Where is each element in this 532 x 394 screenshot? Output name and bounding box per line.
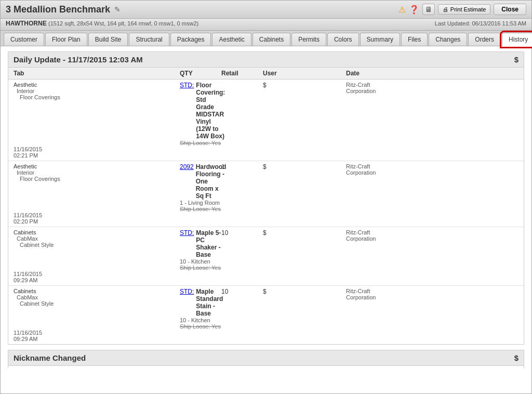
printer-icon: 🖨 bbox=[443, 6, 448, 12]
date-col-3: 11/16/2015 09:29 AM bbox=[14, 271, 180, 283]
tab-col-1: Aesthetic Interior Floor Coverings bbox=[14, 82, 180, 100]
item-strikethrough-4: Ship Loose: Yes bbox=[180, 323, 221, 330]
nickname-title: Nickname Changed bbox=[14, 353, 86, 362]
tab-col-2: Aesthetic Interior Floor Coverings bbox=[14, 163, 180, 182]
user-col-1: Ritz-Craft Corporation bbox=[346, 82, 393, 94]
tab-sub-3: CabMax bbox=[14, 235, 180, 242]
retail-col-1: $ bbox=[263, 82, 346, 89]
user-col-2: Ritz-Craft Corporation bbox=[346, 163, 393, 176]
tab-aesthetic[interactable]: Aesthetic bbox=[212, 33, 251, 46]
date-col-1: 11/16/2015 02:21 PM bbox=[14, 146, 180, 159]
section1-table: Tab QTY Retail User Date Aesthetic Inter… bbox=[8, 68, 524, 345]
title-left: 3 Medallion Benchmark ✎ bbox=[6, 4, 121, 15]
info-icon: ❓ bbox=[409, 5, 419, 15]
item-strikethrough-2: Ship Loose: Yes bbox=[180, 206, 221, 212]
tab-packages[interactable]: Packages bbox=[170, 33, 211, 46]
subtitle-area: HAWTHORNE (1512 sqft, 28x54 Wst, 164 plt… bbox=[6, 20, 198, 27]
print-estimate-button[interactable]: 🖨 Print Estimate bbox=[438, 4, 490, 15]
subtitle-detail: (1512 sqft, 28x54 Wst, 164 plt, 164 rmwf… bbox=[48, 20, 198, 27]
date-col-2: 11/16/2015 02:20 PM bbox=[14, 212, 180, 225]
retail-col-4: $ bbox=[263, 288, 346, 295]
nickname-header: Nickname Changed $ bbox=[8, 350, 524, 366]
item-col-2: 2092 Hardwood Flooring - One Room x Sq F… bbox=[180, 163, 221, 212]
tab-sub-2: Interior bbox=[14, 169, 180, 176]
tab-name-3: Cabinets bbox=[14, 229, 180, 235]
main-window: 3 Medallion Benchmark ✎ ⚠ ❓ 🖥 🖨 Print Es… bbox=[0, 0, 532, 394]
retail-col-2: $ bbox=[263, 163, 346, 170]
table1-header-row: Tab QTY Retail User Date bbox=[8, 68, 524, 80]
item-col-4: STD: Maple Standard Stain - Base 10 - Ki… bbox=[180, 288, 221, 330]
user-col-4: Ritz-Craft Corporation bbox=[346, 288, 393, 300]
item-code-3[interactable]: STD: bbox=[180, 229, 194, 237]
user-date-1: Ritz-Craft Corporation bbox=[346, 82, 393, 94]
tab-sub2-1: Floor Coverings bbox=[14, 94, 180, 100]
item-code-1[interactable]: STD: bbox=[180, 82, 194, 89]
item-col-1: STD: Floor Covering: Std Grade MIDSTAR V… bbox=[180, 82, 221, 146]
item-detail-3: 10 - Kitchen bbox=[180, 258, 221, 265]
tab-col-3: Cabinets CabMax Cabinet Style bbox=[14, 229, 180, 248]
nickname-section: Nickname Changed $ "Dream House for Davi… bbox=[8, 350, 524, 369]
item-desc-4: Maple Standard Stain - Base bbox=[196, 288, 223, 317]
tab-summary[interactable]: Summary bbox=[360, 33, 400, 46]
table-row: Aesthetic Interior Floor Coverings 2092 … bbox=[8, 161, 524, 227]
table-row: Aesthetic Interior Floor Coverings STD: … bbox=[8, 80, 524, 161]
table-row: Cabinets CabMax Cabinet Style STD: Maple… bbox=[8, 286, 524, 344]
item-code-2[interactable]: 2092 bbox=[180, 163, 194, 170]
section1-title: Daily Update - 11/17/2015 12:03 AM bbox=[14, 55, 143, 64]
date2-1: 02:21 PM bbox=[14, 152, 180, 159]
tab-build-site[interactable]: Build Site bbox=[88, 33, 128, 46]
tab-bar: Customer Floor Plan Build Site Structura… bbox=[1, 31, 531, 46]
tab-changes[interactable]: Changes bbox=[429, 33, 467, 46]
tab-sub-1: Interior bbox=[14, 88, 180, 94]
item-desc-3: Maple 5-PC Shaker - Base bbox=[196, 229, 221, 258]
tab-cabinets[interactable]: Cabinets bbox=[252, 33, 290, 46]
date-1: 11/16/2015 bbox=[14, 146, 180, 152]
close-button[interactable]: Close bbox=[494, 4, 526, 15]
qty-col-2: 1 bbox=[221, 163, 263, 170]
tab-name-1: Aesthetic bbox=[14, 82, 180, 88]
content-area: Daily Update - 11/17/2015 12:03 AM $ Tab… bbox=[1, 46, 531, 369]
edit-icon[interactable]: ✎ bbox=[114, 5, 121, 14]
subtitle-bar: HAWTHORNE (1512 sqft, 28x54 Wst, 164 plt… bbox=[1, 19, 531, 31]
item-detail-4: 10 - Kitchen bbox=[180, 317, 221, 323]
col-tab: Tab bbox=[14, 70, 180, 77]
qty-col-4: 10 bbox=[221, 288, 263, 295]
tab-history[interactable]: History bbox=[502, 33, 532, 46]
item-strikethrough-1: Ship Loose: Yes bbox=[180, 140, 221, 146]
col-qty: QTY bbox=[180, 70, 221, 77]
user-col-3: Ritz-Craft Corporation bbox=[346, 229, 393, 242]
tab-sub2-3: Cabinet Style bbox=[14, 242, 180, 248]
nickname-dollar: $ bbox=[514, 353, 518, 362]
date-col-4: 11/16/2015 09:29 AM bbox=[14, 330, 180, 342]
table-row: Cabinets CabMax Cabinet Style STD: Maple… bbox=[8, 227, 524, 286]
last-updated: Last Updated: 06/13/2016 11:53 AM bbox=[435, 20, 526, 27]
col-user: User bbox=[263, 70, 346, 77]
tab-orders[interactable]: Orders bbox=[468, 33, 501, 46]
tab-floor-plan[interactable]: Floor Plan bbox=[45, 33, 87, 46]
warning-icon: ⚠ bbox=[398, 5, 406, 15]
item-code-4[interactable]: STD: bbox=[180, 288, 194, 295]
title-bar: 3 Medallion Benchmark ✎ ⚠ ❓ 🖥 🖨 Print Es… bbox=[1, 1, 531, 19]
tab-name-4: Cabinets bbox=[14, 288, 180, 294]
item-desc-1: Floor Covering: Std Grade MIDSTAR Vinyl … bbox=[196, 82, 225, 140]
tab-name-2: Aesthetic bbox=[14, 163, 180, 169]
tab-sub-4: CabMax bbox=[14, 294, 180, 300]
tab-structural[interactable]: Structural bbox=[129, 33, 169, 46]
subtitle-name: HAWTHORNE bbox=[6, 20, 47, 27]
item-detail-2: 1 - Living Room bbox=[180, 200, 221, 206]
tab-permits[interactable]: Permits bbox=[291, 33, 326, 46]
retail-col-3: $ bbox=[263, 229, 346, 237]
item-strikethrough-3: Ship Loose: Yes bbox=[180, 265, 221, 271]
tab-sub2-4: Cabinet Style bbox=[14, 300, 180, 307]
monitor-icon[interactable]: 🖥 bbox=[422, 4, 435, 15]
page-title: 3 Medallion Benchmark bbox=[6, 4, 110, 15]
tab-colors[interactable]: Colors bbox=[327, 33, 359, 46]
daily-update-section-1: Daily Update - 11/17/2015 12:03 AM $ Tab… bbox=[8, 51, 524, 345]
tab-customer[interactable]: Customer bbox=[4, 33, 44, 46]
tab-col-4: Cabinets CabMax Cabinet Style bbox=[14, 288, 180, 307]
action-icons: ⚠ ❓ 🖥 🖨 Print Estimate Close bbox=[398, 4, 526, 15]
col-date: Date bbox=[346, 70, 393, 77]
tab-files[interactable]: Files bbox=[401, 33, 428, 46]
tab-sub2-2: Floor Coverings bbox=[14, 176, 180, 182]
section1-dollar: $ bbox=[514, 55, 518, 64]
